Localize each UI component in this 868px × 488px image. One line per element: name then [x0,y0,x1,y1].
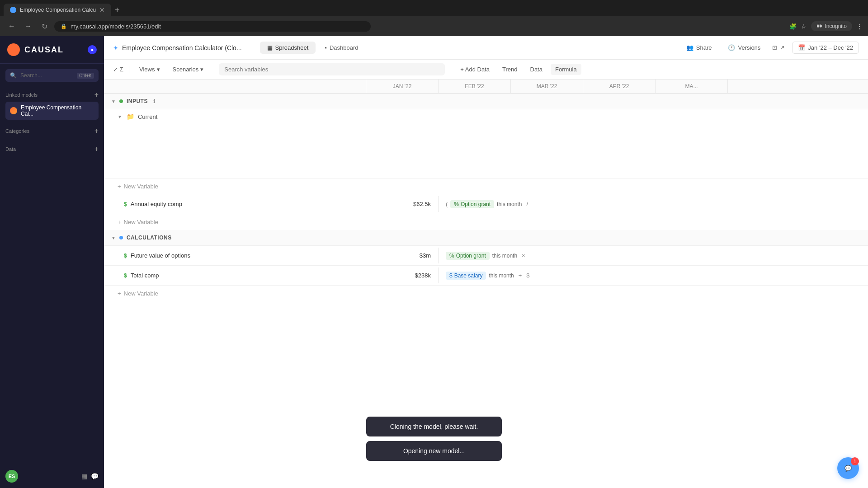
future-value-name: Future value of options [131,252,190,259]
tab-spreadsheet[interactable]: ▦ Spreadsheet [260,42,316,54]
future-value-value[interactable]: $3m [366,248,439,263]
model-icon [10,107,17,114]
dollar-type-icon-1: $ [124,201,127,207]
address-bar[interactable]: 🔒 my.causal.app/models/235651/edit [54,21,371,32]
base-salary-tag[interactable]: $ Base salary [446,272,486,280]
future-value-formula[interactable]: % Option grant this month × [439,248,868,263]
active-tab[interactable]: Employee Compensation Calcu ✕ [4,4,111,16]
annual-equity-comp-label-cell[interactable]: $ Annual equity comp [104,196,366,212]
views-arrow: ▾ [157,66,160,73]
option-grant-label-1: Option grant [461,201,491,207]
versions-button[interactable]: 🕐 Versions [723,42,765,53]
nav-refresh-button[interactable]: ↻ [38,20,51,33]
annual-equity-comp-value[interactable]: $62.5k [366,196,439,212]
versions-icon: 🕐 [728,44,735,51]
add-data-button[interactable]: + Add Data [456,64,494,75]
share-button[interactable]: 👥 Share [682,42,717,53]
total-comp-value[interactable]: $238k [366,267,439,283]
tab-dashboard-label: Dashboard [330,44,359,51]
new-variable-button-3[interactable]: + New Variable [104,286,868,301]
annual-equity-comp-formula[interactable]: ( % Option grant this month / [439,197,868,212]
formula-button[interactable]: Formula [551,64,581,75]
total-comp-label-cell[interactable]: $ Total comp [104,267,366,283]
search-variables-area [219,63,445,75]
lock-icon: 🔒 [61,23,67,29]
toast-cloning: Cloning the model, please wait. [366,417,502,436]
spreadsheet-icon: ▦ [267,44,273,51]
total-comp-name: Total comp [131,272,159,279]
nav-back-button[interactable]: ← [5,20,18,33]
new-variable-button-1[interactable]: + New Variable [104,178,868,194]
avatar: ES [5,470,18,483]
percent-icon-1: % [454,201,459,207]
new-tab-button[interactable]: + [111,4,123,17]
data-add-button[interactable]: + [94,145,99,153]
this-month-text-1: this month [497,201,522,207]
this-month-text-2: this month [492,253,517,259]
calculations-collapse-icon[interactable]: ▼ [111,235,116,240]
nav-forward-button[interactable]: → [22,20,34,33]
project-star-icon: ✦ [113,44,118,52]
project-title: Employee Compensation Calculator (Clo... [122,44,242,52]
expand-icon[interactable]: ⤢ [113,66,118,73]
more-options-icon[interactable]: ⋮ [857,23,863,30]
total-comp-row: $ Total comp $238k $ Base salary this mo… [104,266,868,286]
option-grant-tag-2[interactable]: % Option grant [446,252,490,260]
header-icon-2[interactable]: ↗ [780,44,785,51]
sidebar-chat-icon[interactable]: 💬 [91,473,99,480]
chat-badge: 1 [851,457,859,465]
categories-section: Categories + [0,123,104,141]
views-button[interactable]: Views ▾ [135,64,164,75]
new-variable-label-2: New Variable [124,219,158,225]
formula-op-3: + [519,272,522,279]
current-folder-row[interactable]: ▼ 📁 Current [104,109,868,124]
app-header: ✦ Employee Compensation Calculator (Clo.… [104,36,868,60]
option-grant-tag-1[interactable]: % Option grant [450,200,494,208]
incognito-label: Incognito [825,23,847,29]
folder-label: Current [138,113,157,120]
categories-label: Categories [5,128,29,134]
tab-close-button[interactable]: ✕ [99,6,105,14]
date-range-button[interactable]: 📅 Jan '22 – Dec '22 [792,42,859,54]
row-label-spacer [104,80,366,93]
search-shortcut: Ctrl+K [77,73,94,79]
linked-models-add-button[interactable]: + [94,91,99,99]
current-folder-content [104,124,868,178]
data-button[interactable]: Data [526,64,547,75]
inputs-label: INPUTS [127,98,148,104]
trend-button[interactable]: Trend [498,64,522,75]
linked-models-header: Linked models + [5,91,99,99]
formula-op-1: / [526,201,528,207]
browser-tab-bar: Employee Compensation Calcu ✕ + [0,0,868,16]
data-header: Data + [5,145,99,153]
calculations-dot [119,236,123,239]
toast-opening: Opening new model... [366,441,502,461]
future-value-label-cell[interactable]: $ Future value of options [104,248,366,263]
dollar-type-icon-2: $ [124,253,127,259]
scenarios-button[interactable]: Scenarios ▾ [168,64,208,75]
tab-dashboard[interactable]: ▪ Dashboard [317,42,365,54]
sidebar-footer: ES ▦ 💬 [0,465,104,488]
tab-favicon [10,7,16,13]
search-variables-input[interactable] [219,63,445,75]
share-label: Share [696,44,712,51]
sidebar-item-employee-comp[interactable]: Employee Compensation Cal... [5,102,99,120]
formula-open-paren: ( [446,201,448,207]
col-header-jan: JAN '22 [366,80,439,93]
dollar-icon-formula: $ [449,272,453,279]
header-tabs: ▦ Spreadsheet ▪ Dashboard [260,42,366,54]
logo-circle-icon [7,43,20,56]
inputs-collapse-icon[interactable]: ▼ [111,99,116,104]
total-comp-formula[interactable]: $ Base salary this month + $ [439,268,868,283]
sidebar-grid-icon[interactable]: ▦ [81,473,87,480]
categories-add-button[interactable]: + [94,127,99,135]
new-variable-button-2[interactable]: + New Variable [104,214,868,230]
sidebar-search-box[interactable]: 🔍 Search... Ctrl+K [5,69,99,82]
chat-button[interactable]: 💬 1 [837,457,859,479]
tab-title: Employee Compensation Calcu [20,7,96,13]
folder-collapse-icon[interactable]: ▼ [118,114,122,119]
header-extra-icons: ⊡ ↗ [772,44,785,51]
header-icon-1[interactable]: ⊡ [772,44,777,51]
sidebar-search-icon: 🔍 [10,72,17,79]
sigma-icon[interactable]: Σ [120,66,123,73]
